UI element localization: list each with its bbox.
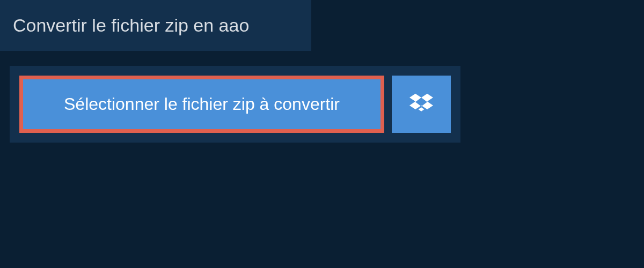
select-file-button[interactable]: Sélectionner le fichier zip à convertir [19,76,384,133]
dropbox-button[interactable] [392,76,451,133]
select-file-label: Sélectionner le fichier zip à convertir [64,94,340,114]
page-title: Convertir le fichier zip en aao [13,15,298,36]
button-panel: Sélectionner le fichier zip à convertir [10,66,460,143]
dropbox-icon [409,92,433,117]
header-bar: Convertir le fichier zip en aao [0,0,311,51]
